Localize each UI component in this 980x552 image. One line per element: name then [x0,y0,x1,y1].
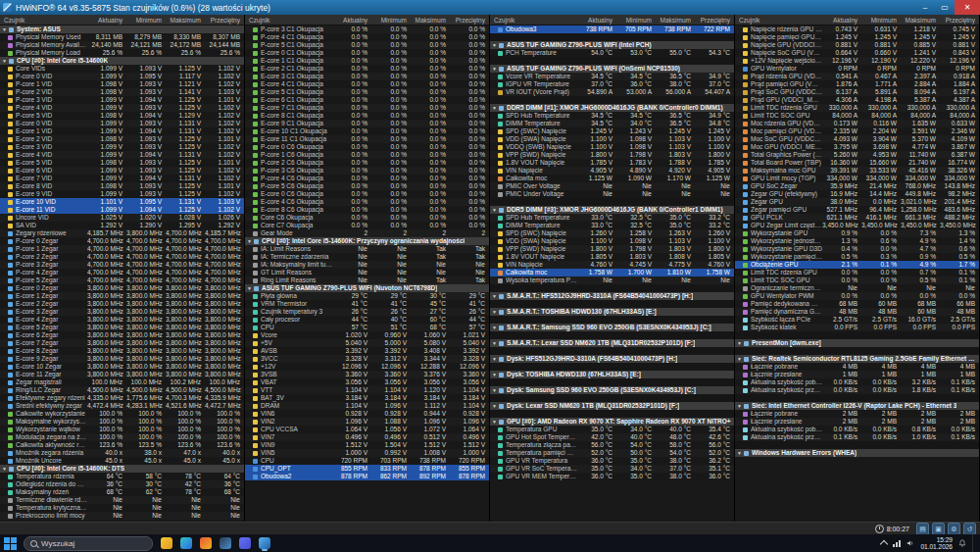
sensor-row[interactable]: Limit TDC SOC GPU84,000 A84,000 A84,000 … [735,112,979,120]
sensor-row[interactable]: Temperatura złącza pamięci56.0 °C54.0 °C… [490,441,734,449]
sensor-row[interactable]: Czujnik temperatury 326 °C26 °C27 °C26 °… [245,308,489,316]
sensor-row[interactable]: Uncore VID1.025 V1.020 V1.028 V1.026 V [0,214,244,222]
sensor-row[interactable]: +12V Napięcie wejściowe12.196 V12.190 V1… [735,57,979,65]
sensor-row[interactable]: Physical Memory Load25.6 %25.6 %25.6 %25… [0,49,244,57]
sensor-row[interactable]: E-core 11 VID1.099 V1.094 V1.125 V1.102 … [0,206,244,214]
sensor-row[interactable]: DIMM Temperature34.5 °C34.0 °C36.5 °C34.… [490,120,734,127]
sensor-row[interactable]: +12V12.096 V12.096 V12.288 V12.096 V [245,363,489,371]
sensor-row[interactable]: Zegar magistrali100.0 MHz100.0 MHz100.2 … [0,378,244,386]
sensor-row[interactable]: Łącznie pobrane4 MB4 MB4 MB4 MB [735,363,979,371]
sensor-row[interactable]: VIN51.000 V0.992 V1.008 V1.000 V [245,449,489,457]
sensor-row[interactable]: E-core 4 VID1.099 V1.094 V1.131 V1.102 V [0,151,244,159]
sensor-row[interactable]: Aktualna szybkość przesyłania0.0 KB/s0.0… [735,386,979,394]
sensor-row[interactable]: IA: Termiczne zdarzeniaNieNieTakTak [245,253,489,261]
sensor-group-header[interactable]: ▼GPU [#0]: AMD Radeon RX 9070 XT: Sapphi… [490,418,734,426]
sensor-row[interactable]: DRAM1.104 V1.096 V1.112 V1.104 V [245,402,489,410]
sensor-row[interactable]: Moc GPU (VDDCI_MEM)3.795 W3.698 W4.774 W… [735,143,979,151]
maximize-button[interactable]: ▭ [935,0,955,15]
sensor-row[interactable]: VIN60.928 V0.928 V0.944 V0.928 V [245,410,489,418]
sensor-row[interactable]: E-core 2 Zegar3,800.0 MHz3,800.0 MHz3,80… [0,300,244,308]
discord-icon[interactable] [238,535,252,551]
sensor-row[interactable]: E-core 10 VID1.101 V1.095 V1.131 V1.103 … [0,198,244,206]
sensor-row[interactable]: VIN Napięcie4.760 V4.745 V4.775 V4.760 V [490,261,734,269]
sensor-row[interactable]: E-core 5 VID1.098 V1.093 V1.125 V1.101 V [0,159,244,167]
sensor-row[interactable]: Core C7 Okupacja0.0 %0.0 %0.0 %0.0 % [245,222,489,229]
sensor-row[interactable]: PCH Temperature54.0 °C53.0 °C55.0 °C54.3… [490,49,734,57]
sensor-row[interactable]: Moc rdzenia GPU (VDDCR_GFX)0.173 W0.116 … [735,120,979,127]
sensor-row[interactable]: Zegar GPU (efektywny)16.9 MHz14.4 MHz449… [735,190,979,198]
sensor-row[interactable]: Całkowita moc1.758 W1.700 W1.810 W1.758 … [490,269,734,276]
sensor-row[interactable]: Obudowa2878 RPM862 RPM892 RPM878 RPM [245,473,489,480]
sensor-row[interactable]: Vcore VR Temperature34.5 °C34.5 °C36.5 °… [490,73,734,80]
sensor-row[interactable]: Prąd SoC GPU (VDDCR_SOC)6.137 A5.891 A8.… [735,88,979,96]
sensor-row[interactable]: P-core 2 Zegar4,700.0 MHz4,700.0 MHz4,70… [0,253,244,261]
sensor-group-header[interactable]: ▼ASUS TUF GAMING Z790-PLUS WIFI (Intel P… [490,41,734,49]
sensor-row[interactable]: VIN70.496 V0.496 V0.512 V0.496 V [245,433,489,441]
sensor-row[interactable]: Temperatura pamięci GPU52.0 °C50.0 °C54.… [490,449,734,457]
sensor-row[interactable]: Ring/LLC Zegar4,500.0 MHz4,500.0 MHz4,50… [0,386,244,394]
volume-icon[interactable] [906,539,914,547]
sensor-row[interactable]: Wykorzystanie pamięci GPU0.5 %0.3 %0.9 %… [735,253,979,261]
sensor-group-header[interactable]: ▼CPU [#0]: Intel Core i5-14600K [0,57,244,65]
sensor-row[interactable]: Temperatura rdzenia64 °C58 °C78 °C64 °C [0,473,244,480]
sensor-row[interactable]: Temperatura GPU35.0 °C34.0 °C40.0 °C35.4… [490,426,734,433]
sensor-row[interactable]: E-core 2 VID1.098 V1.093 V1.125 V1.101 V [0,135,244,143]
sensor-row[interactable]: 3VCC3.328 V3.312 V3.344 V3.328 V [245,355,489,363]
sensor-row[interactable]: CPU VCCSA1.064 V1.056 V1.072 V1.064 V [245,426,489,433]
sensor-row[interactable]: Napięcie rdzenia GPU (VDDCR_GFX)0.743 V0… [735,25,979,33]
sensor-row[interactable]: SA VID1.292 V1.290 V1.295 V1.292 V [0,222,244,229]
sensor-row[interactable]: VDDQ (SWB) Napięcie1.100 V1.098 V1.103 V… [490,143,734,151]
file-explorer-icon[interactable] [160,535,173,551]
sensor-row[interactable]: Odległość rdzenia do TJMAX36 °C30 °C42 °… [0,480,244,488]
sensor-row[interactable]: Prąd pamięci GPU (VDDIO_MEM)1.876 A1.771… [735,80,979,88]
sensor-row[interactable]: Łącznie pobrane2 MB2 MB2 MB2 MB [735,410,979,418]
sensor-group-header[interactable]: ▼DDR5 DIMM [#3]: XMOR JHG6000D4616JG (BA… [490,206,734,214]
sensor-row[interactable]: GPU VR SoC Temperatura35.0 °C34.0 °C37.0… [490,465,734,473]
sensor-row[interactable]: Płyta główna29 °C29 °C30 °C29 °C [245,292,489,300]
browser-icon[interactable] [199,535,213,551]
sensor-row[interactable]: Napięcie SoC GPU (VDDCR_SOC)0.664 V0.660… [735,49,979,57]
sensor-row[interactable]: Maksymalne wykorzystanie rdzenia100.0 %1… [0,418,244,426]
show-desktop-button[interactable] [972,534,976,552]
sensor-row[interactable]: GPU Hot Spot Temperatura42.0 °C40.0 °C48… [490,433,734,441]
sensor-row[interactable]: Zegary rdzeniowe4,185.7 MHz3,800.0 MHz4,… [0,229,244,237]
sensor-row[interactable]: E-core 10 Zegar3,800.0 MHz3,800.0 MHz3,8… [0,363,244,371]
sensor-group-header[interactable]: ▼S.M.A.R.T.: HFS512GJ9HRD-3310A (FS64B54… [490,292,734,300]
sensor-row[interactable]: IA: Limit ReasonsNieNieTakTak [245,245,489,253]
sensor-row[interactable]: +5V5.040 V5.000 V5.080 V5.040 V [245,339,489,347]
sensor-row[interactable]: Ograniczanie termiczne GPUNieNieNieNie [735,284,979,292]
sensor-row[interactable]: Wykorzystanie jednostek GPU1.3 %0.6 %4.9… [735,237,979,245]
sensor-row[interactable]: E-core 4 C1 Okupacja0.0 %0.0 %0.0 %0.0 % [245,80,489,88]
sensor-group-header[interactable]: ▼S.M.A.R.T.: Samsung SSD 960 EVO 250GB (… [490,324,734,331]
sensor-row[interactable]: Core C6 Okupacja0.0 %0.0 %0.0 %0.0 % [245,214,489,222]
sensor-row[interactable]: SPD Hub Temperature33.0 °C32.5 °C35.0 °C… [490,214,734,222]
sensor-row[interactable]: DIMM Temperature33.0 °C32.5 °C35.0 °C33.… [490,222,734,229]
sensor-row[interactable]: E-core 4 Zegar3,800.0 MHz3,800.0 MHz3,80… [0,316,244,324]
sensor-row[interactable]: GPU SoC Zegar35.9 MHz21.4 MHz768.0 MHz14… [735,182,979,190]
sensor-row[interactable]: 1.8V VOUT Napięcie1.805 V1.803 V1.808 V1… [490,253,734,261]
sensor-row[interactable]: P-core 5 Zegar4,700.0 MHz4,700.0 MHz4,70… [0,276,244,284]
notifications-bell-icon[interactable] [958,539,966,547]
sensor-row[interactable]: P-core 0 C6 Okupacja0.0 %0.0 %0.0 %0.0 % [245,143,489,151]
sensor-row[interactable]: Moc pamięci GPU (VDDIO_MEM)2.335 W2.204 … [735,127,979,135]
sensor-group-header[interactable]: ▼CPU [#0]: Intel Core i5-14600K: DTS [0,465,244,473]
sensor-row[interactable]: E-core 7 VID1.099 V1.094 V1.131 V1.102 V [0,175,244,182]
sensor-row[interactable]: GPU Wentylator PWM0.0 %0.0 %0.0 %0.0 % [735,292,979,300]
sensor-row[interactable]: Core VIDs1.099 V1.093 V1.125 V1.102 V [0,65,244,73]
minimize-button[interactable]: – [915,0,935,15]
sensor-row[interactable]: Ring Limit ReasonsNieNieTakTak [245,276,489,284]
sensor-row[interactable]: Mnożnik zegara rdzenia40.0 x38.0 x47.0 x… [0,449,244,457]
sensor-row[interactable]: E-core 1 C1 Okupacja0.0 %0.0 %0.0 %0.0 % [245,57,489,65]
sensor-row[interactable]: P-core 4 VID1.099 V1.093 V1.125 V1.102 V [0,104,244,112]
sensor-group-header[interactable]: ▼ASUS TUF GAMING Z790-PLUS WIFI (OnSemi … [490,65,734,73]
sensor-row[interactable]: Efektywne zegary rdzeni4,335.0 MHz1,775.… [0,394,244,402]
sensor-row[interactable]: 1.8V VOUT Napięcie1.785 V1.783 V1.788 V1… [490,159,734,167]
sensor-group-header[interactable]: ▼System: ASUS [0,25,244,33]
sensor-group-header[interactable]: ▼PresentMon [dwm.exe] [735,339,979,347]
sensor-row[interactable]: E-core 0 C6 Okupacja0.0 %0.0 %0.0 %0.0 % [245,190,489,198]
sensor-row[interactable]: P-core 3 C6 Okupacja0.0 %0.0 %0.0 %0.0 % [245,167,489,175]
sensor-row[interactable]: P-core 5 C1 Okupacja0.0 %0.0 %0.0 %0.0 % [245,41,489,49]
sensor-row[interactable]: Total Graphics Power (TGP)5.260 W4.953 W… [735,151,979,159]
sensor-row[interactable]: P-core 5 VID1.098 V1.094 V1.129 V1.102 V [0,112,244,120]
sensor-row[interactable]: Pamięć dedykowana GPU68 MB60 MB68 MB66 M… [735,300,979,308]
